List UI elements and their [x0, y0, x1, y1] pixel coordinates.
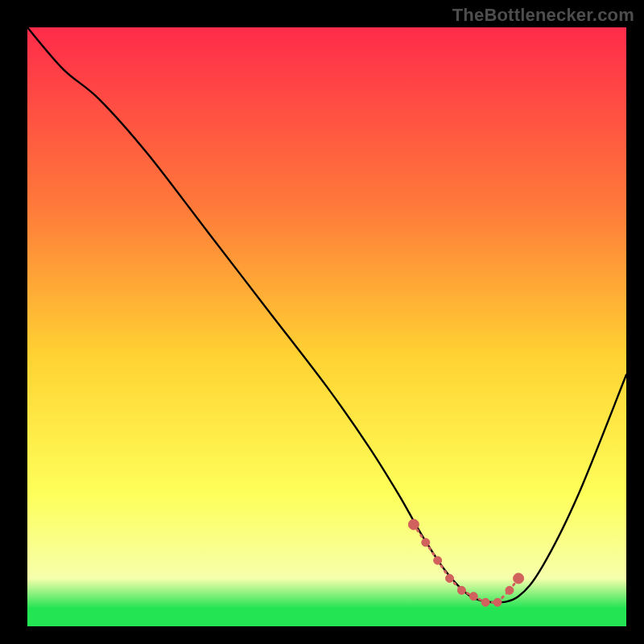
highlight-dot — [514, 573, 524, 584]
highlight-dot — [422, 539, 430, 547]
highlight-dot — [493, 598, 502, 606]
highlight-dot — [446, 574, 454, 582]
chart-frame: TheBottlenecker.com — [0, 0, 644, 644]
highlight-dot — [434, 556, 442, 564]
highlight-dot — [469, 592, 477, 601]
highlight-dot — [408, 519, 419, 530]
highlight-dot — [481, 598, 489, 606]
bottleneck-chart — [0, 0, 644, 644]
highlight-dot — [457, 586, 465, 594]
highlight-dot — [506, 586, 514, 594]
